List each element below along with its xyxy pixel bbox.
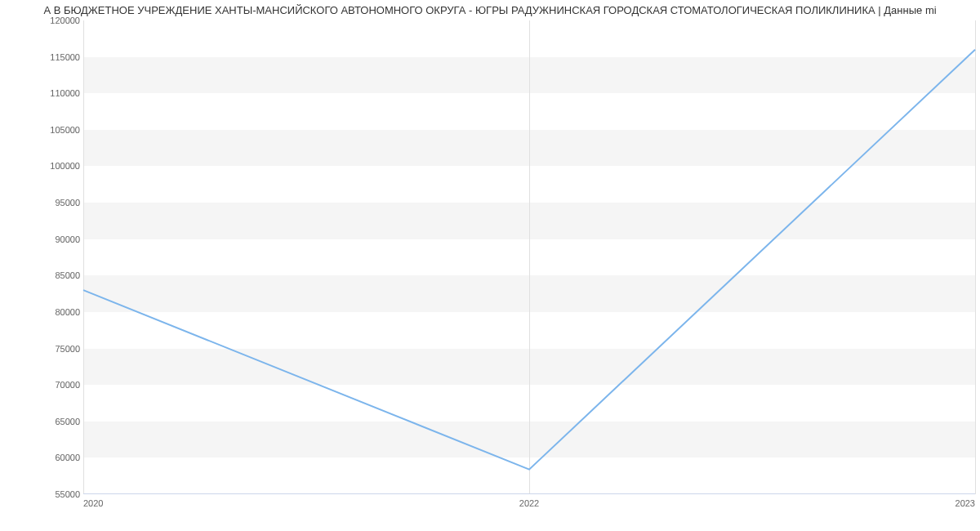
y-tick-label: 60000 [55, 453, 80, 462]
y-tick-label: 100000 [50, 161, 80, 171]
y-tick-label: 120000 [50, 16, 80, 25]
y-tick-label: 115000 [50, 52, 80, 62]
y-tick-label: 90000 [55, 234, 80, 244]
chart-container: А В БЮДЖЕТНОЕ УЧРЕЖДЕНИЕ ХАНТЫ-МАНСИЙСКО… [0, 0, 980, 531]
y-tick-label: 55000 [55, 489, 80, 499]
y-tick-label: 110000 [50, 88, 80, 98]
x-tick-label: 2022 [519, 498, 539, 508]
y-tick-label: 70000 [55, 380, 80, 390]
y-tick-label: 95000 [55, 198, 80, 207]
y-tick-label: 65000 [55, 417, 80, 426]
y-tick-label: 105000 [50, 125, 80, 135]
x-tick-label: 2020 [83, 498, 103, 508]
grid-line-vertical [975, 20, 976, 494]
y-tick-label: 85000 [55, 270, 80, 280]
y-tick-label: 75000 [55, 344, 80, 354]
line-chart-svg [83, 20, 975, 494]
chart-title: А В БЮДЖЕТНОЕ УЧРЕЖДЕНИЕ ХАНТЫ-МАНСИЙСКО… [0, 0, 980, 20]
plot-area [83, 20, 975, 494]
y-tick-label: 80000 [55, 307, 80, 317]
data-series-line [83, 50, 975, 470]
x-tick-label: 2023 [956, 498, 975, 508]
